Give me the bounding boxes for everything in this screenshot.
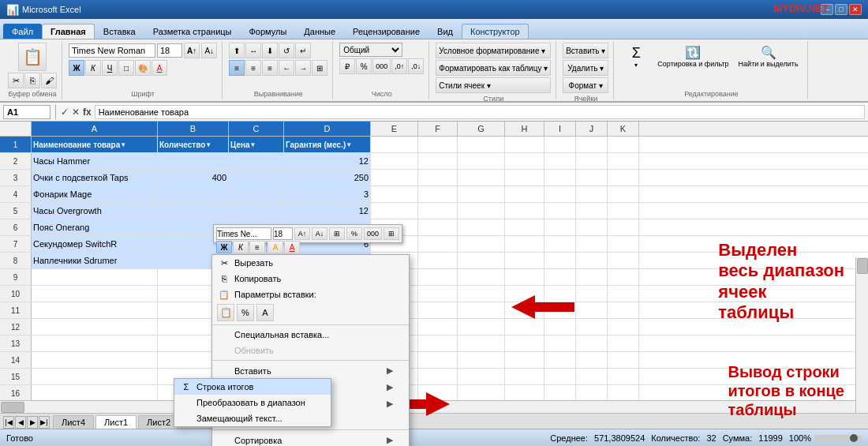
cell-h2[interactable] — [505, 153, 544, 169]
mini-fill[interactable]: A — [268, 241, 283, 253]
align-bottom-button[interactable]: ⬇ — [262, 43, 278, 58]
cell-g9[interactable] — [458, 269, 505, 285]
formula-check-icon[interactable]: ✓ — [61, 107, 69, 118]
row-header-7[interactable]: 7 — [0, 236, 32, 252]
cell-d1[interactable]: Гарантия (мес.) ▼ — [284, 137, 371, 152]
cell-h1[interactable] — [505, 137, 544, 152]
col-header-g[interactable]: G — [458, 122, 505, 136]
row-header-6[interactable]: 6 — [0, 219, 32, 235]
wrap-text-button[interactable]: ↵ — [295, 43, 311, 58]
font-color-button[interactable]: A — [152, 60, 167, 76]
cell-f4[interactable] — [418, 186, 458, 202]
cell-j8[interactable] — [576, 253, 608, 268]
cell-a6[interactable]: Пояс Onerang — [32, 219, 158, 235]
cell-c3[interactable] — [229, 170, 284, 186]
cell-g1[interactable] — [458, 137, 505, 152]
cell-k8[interactable] — [608, 253, 639, 268]
cell-g8[interactable] — [458, 253, 505, 268]
cell-g3[interactable] — [458, 170, 505, 186]
cell-i9[interactable] — [544, 269, 576, 285]
cell-e1[interactable] — [371, 137, 418, 152]
h-scrollbar-thumb[interactable] — [1, 402, 24, 413]
cell-j6[interactable] — [576, 219, 608, 235]
mini-format-button[interactable]: ⊞ — [329, 227, 345, 240]
tab-view[interactable]: Вид — [428, 24, 462, 39]
tab-file[interactable]: Файл — [3, 24, 42, 39]
cell-g7[interactable] — [458, 236, 505, 252]
cell-g13[interactable] — [458, 335, 505, 351]
cell-a16[interactable] — [32, 385, 158, 401]
cell-g16[interactable] — [458, 385, 505, 401]
text-direction-button[interactable]: ↺ — [279, 43, 294, 58]
row-header-1[interactable]: 1 — [0, 137, 32, 152]
mini-bold[interactable]: Ж — [216, 241, 232, 253]
vertical-scrollbar[interactable] — [855, 257, 868, 413]
cell-h16[interactable] — [505, 385, 544, 401]
cell-b1[interactable]: Количество ▼ — [158, 137, 229, 152]
cell-d3[interactable]: 250 — [284, 170, 371, 186]
sheet-first-button[interactable]: |◀ — [3, 416, 14, 429]
cell-j10[interactable] — [576, 286, 608, 302]
cell-k10[interactable] — [608, 286, 639, 302]
cell-h6[interactable] — [505, 219, 544, 235]
format-cells-button[interactable]: Формат ▾ — [563, 77, 608, 93]
cell-i13[interactable] — [544, 335, 576, 351]
context-copy[interactable]: ⎘ Копировать — [212, 271, 409, 287]
cell-d2[interactable]: 12 — [284, 153, 371, 169]
cell-f10[interactable] — [418, 286, 458, 302]
cell-a5[interactable]: Часы Overgrowth — [32, 203, 158, 219]
cell-b5[interactable] — [158, 203, 229, 219]
cell-k14[interactable] — [608, 352, 639, 368]
context-paste-options[interactable]: 📋 Параметры вставки: — [212, 287, 409, 302]
sheet-tab-4[interactable]: Лист4 — [53, 415, 94, 429]
cell-b2[interactable] — [158, 153, 229, 169]
col-header-f[interactable]: F — [418, 122, 458, 136]
fill-color-button[interactable]: 🎨 — [135, 60, 151, 76]
cell-e3[interactable] — [371, 170, 418, 186]
row-header-13[interactable]: 13 — [0, 335, 32, 351]
cell-h4[interactable] — [505, 186, 544, 202]
cell-a10[interactable] — [32, 286, 158, 302]
italic-button[interactable]: К — [85, 60, 101, 76]
paste-opt-2[interactable]: % — [237, 304, 254, 321]
cell-h14[interactable] — [505, 352, 544, 368]
cell-k13[interactable] — [608, 335, 639, 351]
cell-j11[interactable] — [576, 302, 608, 318]
formula-function-icon[interactable]: fx — [83, 107, 92, 118]
cell-i4[interactable] — [544, 186, 576, 202]
decrease-font-button[interactable]: A↓ — [201, 43, 217, 58]
cell-a14[interactable] — [32, 352, 158, 368]
mini-thousands-button[interactable]: 000 — [364, 227, 382, 240]
bold-button[interactable]: Ж — [69, 60, 84, 76]
cell-e5[interactable] — [371, 203, 418, 219]
cell-i14[interactable] — [544, 352, 576, 368]
cell-b3[interactable]: 400 — [158, 170, 229, 186]
merge-cells-button[interactable]: ⊞ — [312, 60, 327, 76]
tab-home[interactable]: Главная — [42, 24, 95, 39]
cell-g10[interactable] — [458, 286, 505, 302]
cell-c1[interactable]: Цена ▼ — [229, 137, 284, 152]
tab-data[interactable]: Данные — [295, 24, 344, 39]
cell-f14[interactable] — [418, 352, 458, 368]
cell-h15[interactable] — [505, 369, 544, 384]
cell-j13[interactable] — [576, 335, 608, 351]
cell-k7[interactable] — [608, 236, 639, 252]
number-format-select[interactable]: Общий — [339, 43, 402, 57]
cell-k16[interactable] — [608, 385, 639, 401]
font-name-input[interactable] — [69, 43, 155, 58]
mini-percent-button[interactable]: % — [346, 227, 362, 240]
cell-a8[interactable]: Наплечники Sdrumer — [32, 253, 158, 268]
cell-i8[interactable] — [544, 253, 576, 268]
cell-d4[interactable]: 3 — [284, 186, 371, 202]
close-button[interactable]: ✕ — [849, 4, 862, 15]
cell-f1[interactable] — [418, 137, 458, 152]
cell-a9[interactable] — [32, 269, 158, 285]
cell-a1[interactable]: Наименование товара ▼ — [32, 137, 158, 152]
cell-e4[interactable] — [371, 186, 418, 202]
increase-font-button[interactable]: A↑ — [184, 43, 200, 58]
cell-f3[interactable] — [418, 170, 458, 186]
increase-decimal-button[interactable]: ,0↑ — [391, 58, 407, 74]
cell-f7[interactable] — [418, 236, 458, 252]
cell-j3[interactable] — [576, 170, 608, 186]
decrease-indent-button[interactable]: ← — [279, 60, 294, 76]
